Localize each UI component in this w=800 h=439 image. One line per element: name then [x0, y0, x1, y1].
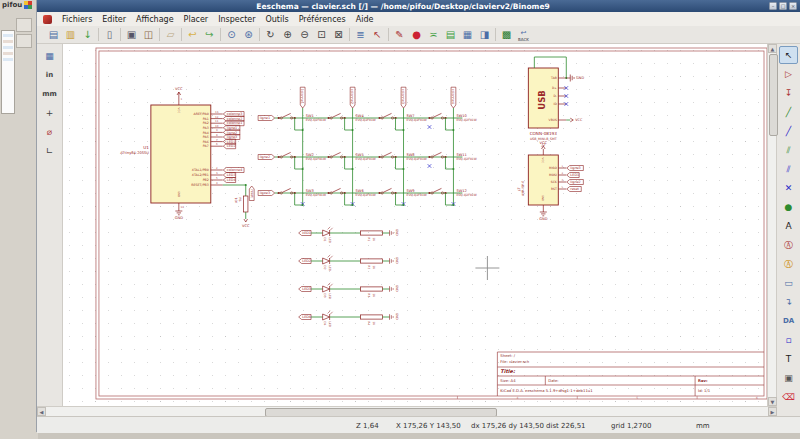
net-label-reset[interactable]: reset: [567, 187, 581, 192]
units-mm-button[interactable]: mm: [40, 85, 59, 102]
hv-orientation-button[interactable]: ∟: [40, 142, 59, 159]
close-button[interactable]: ×: [789, 2, 797, 10]
generate-bom-button[interactable]: ▤: [442, 26, 459, 43]
place-wire-button[interactable]: ╱: [779, 103, 798, 121]
zoom-selection-button[interactable]: ⊠: [330, 26, 347, 43]
place-symbol-button[interactable]: ▷: [779, 65, 798, 83]
select-cursor-button[interactable]: ↖: [779, 46, 798, 64]
symbol-SW10[interactable]: SW10EVQ-Q2F01W: [429, 113, 477, 131]
net-label-LED2[interactable]: LED2: [223, 144, 235, 149]
find-replace-button[interactable]: ⊛: [240, 26, 257, 43]
net-label-ligne2[interactable]: ligne2: [223, 130, 240, 135]
menu-placer[interactable]: Placer: [179, 15, 214, 24]
horizontal-scrollbar[interactable]: ◀ ▶: [37, 406, 777, 416]
symbol-SW7[interactable]: SW7EVQ-Q2F01W: [379, 113, 427, 131]
scroll-left-arrow[interactable]: ◀: [37, 407, 46, 416]
net-label-ligne3[interactable]: ligne3: [567, 166, 584, 171]
units-inches-button[interactable]: in: [40, 66, 59, 83]
net-label-LED4[interactable]: LED4: [299, 315, 311, 320]
scroll-up-arrow[interactable]: ▲: [768, 44, 777, 53]
net-label-LED2[interactable]: LED2: [299, 259, 311, 264]
place-net-label-button[interactable]: A: [779, 217, 798, 235]
annotate-button[interactable]: ✎: [391, 26, 408, 43]
net-label-colonne3[interactable]: colonne3: [401, 87, 406, 108]
wire-to-bus-entry-button[interactable]: ⫽: [779, 141, 798, 159]
net-label-colonne4[interactable]: colonne4: [451, 87, 456, 108]
net-label-colonne2[interactable]: colonne2: [350, 87, 355, 108]
new-schematic-button[interactable]: ▤: [45, 26, 62, 43]
menu-affichage[interactable]: Affichage: [131, 15, 179, 24]
led-row-LED4[interactable]: LED4D4LEDR41KGND: [299, 311, 399, 327]
place-sheet-pin-button[interactable]: DA: [779, 312, 798, 330]
place-hierarchical-label-button[interactable]: Ⓐ: [779, 255, 798, 273]
menu-fichiers[interactable]: Fichiers: [57, 15, 97, 24]
symbol-SW8[interactable]: SW8EVQ-Q2F01W: [379, 152, 427, 170]
scroll-down-arrow[interactable]: ▼: [768, 397, 777, 406]
reset-pullup[interactable]: resetR510KVCC: [223, 184, 254, 228]
place-hierarchical-sheet-button[interactable]: ▭: [779, 274, 798, 292]
net-label-ligne3[interactable]: ligne3: [258, 191, 275, 196]
place-no-connect-button[interactable]: ✕: [779, 179, 798, 197]
show-grid-button[interactable]: ▦: [40, 47, 59, 64]
symbol-SW4[interactable]: SW4EVQ-Q2F01W: [328, 113, 376, 131]
led-row-LED3[interactable]: LED3D3LEDR31KGND: [299, 283, 399, 299]
run-pcbnew-button[interactable]: ▩: [498, 26, 515, 43]
page-settings-button[interactable]: ▯: [101, 26, 118, 43]
maximize-button[interactable]: □: [779, 2, 787, 10]
plot-button[interactable]: ◫: [140, 26, 157, 43]
net-label-ligne1[interactable]: ligne1: [258, 116, 275, 121]
net-label-LED1[interactable]: LED1: [567, 173, 579, 178]
schematic-canvas[interactable]: 4 5 6 Sheet: / File: clavier.sch Title: …: [63, 44, 767, 406]
net-label-LED4[interactable]: LED4: [223, 178, 235, 183]
redraw-view-button[interactable]: ↻: [262, 26, 279, 43]
leave-sheet-button[interactable]: ↖: [369, 26, 386, 43]
net-label-LED1[interactable]: LED1: [299, 231, 311, 236]
hierarchy-navigator-button[interactable]: ≣: [352, 26, 369, 43]
delete-item-button[interactable]: ⌫: [779, 388, 798, 406]
net-label-LED1[interactable]: LED1: [223, 139, 235, 144]
minimize-button[interactable]: –: [769, 2, 777, 10]
led-row-LED2[interactable]: LED2D2LEDR21KGND: [299, 255, 399, 271]
symbol-SW2[interactable]: SW2EVQ-Q2F01W: [278, 152, 326, 170]
symbol-SW1[interactable]: SW1EVQ-Q2F01W: [278, 113, 326, 131]
vertical-scroll-thumb[interactable]: [769, 54, 778, 136]
symbol-SW11[interactable]: SW11EVQ-Q2F01W: [429, 152, 477, 170]
symbol-J3[interactable]: VCCVCCGNDGNDAVR-ISP-6J31MISOligne34MOSIL…: [517, 141, 584, 221]
title-bar[interactable]: Eeschema — clavier.sch [/] — /home/pifou…: [37, 0, 800, 12]
paste-button[interactable]: ▱: [162, 26, 179, 43]
net-label-colonne3[interactable]: colonne3: [223, 112, 244, 117]
show-hidden-pins-button[interactable]: ⌀: [40, 123, 59, 140]
menu-preferences[interactable]: Préférences: [294, 15, 351, 24]
symbol-J2[interactable]: USBTABD+D-IDVBUSGNDVCCCONN-08193USB_MINI…: [528, 57, 584, 147]
place-power-port-button[interactable]: ↧: [779, 84, 798, 102]
led-row-LED1[interactable]: LED1D1LEDR11KGND: [299, 227, 399, 243]
scroll-right-arrow[interactable]: ▶: [768, 407, 777, 416]
net-label-colonne4[interactable]: colonne4: [223, 168, 244, 173]
place-text-button[interactable]: T: [779, 350, 798, 368]
menu-inspecter[interactable]: Inspecter: [213, 15, 260, 24]
open-schematic-button[interactable]: ▥: [62, 26, 79, 43]
zoom-fit-button[interactable]: ⊡: [313, 26, 330, 43]
cursor-shape-button[interactable]: +: [40, 104, 59, 121]
symbol-SW5[interactable]: SW5EVQ-Q2F01W: [328, 152, 376, 170]
net-label-ligne2[interactable]: ligne2: [567, 180, 584, 185]
place-junction-button[interactable]: ●: [779, 198, 798, 216]
print-button[interactable]: ▣: [123, 26, 140, 43]
back-import-footprints-button[interactable]: ↩BACK: [515, 26, 532, 43]
net-label-colonne1[interactable]: colonne1: [223, 121, 244, 126]
place-global-label-button[interactable]: Ⓐ: [779, 236, 798, 254]
save-button[interactable]: ↓: [79, 26, 96, 43]
place-image-button[interactable]: ▣: [779, 369, 798, 387]
zoom-in-button[interactable]: ⊕: [279, 26, 296, 43]
find-button[interactable]: ⊙: [223, 26, 240, 43]
net-label-ligne1[interactable]: ligne1: [223, 125, 240, 130]
net-label-colonne1[interactable]: colonne1: [300, 87, 305, 108]
net-label-reset[interactable]: reset: [249, 186, 254, 201]
place-bus-button[interactable]: ╱: [779, 122, 798, 140]
vertical-scrollbar[interactable]: ▲ ▼: [767, 44, 776, 406]
net-label-LED3[interactable]: LED3: [223, 173, 235, 178]
library-browser-button[interactable]: ◨: [476, 26, 493, 43]
menu-editer[interactable]: Editer: [97, 15, 131, 24]
menu-aide[interactable]: Aide: [351, 15, 379, 24]
bus-to-bus-entry-button[interactable]: ⫽: [779, 160, 798, 178]
